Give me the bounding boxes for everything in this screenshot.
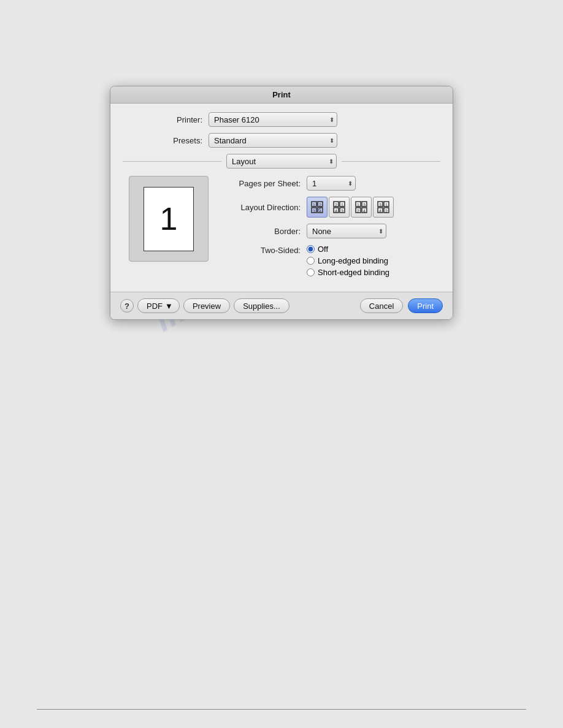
- direction-icon-2: 2 1 4 3: [332, 200, 346, 214]
- preview-button[interactable]: Preview: [183, 298, 230, 313]
- direction-icon-1: 1 2 3 4: [310, 200, 324, 214]
- printer-label: Printer:: [123, 115, 202, 124]
- panel-select-wrapper[interactable]: Layout: [226, 154, 337, 169]
- direction-icon-3: 1 3 2 4: [354, 200, 368, 214]
- direction-btn-1[interactable]: 1 2 3 4: [307, 197, 327, 218]
- svg-text:3: 3: [379, 203, 381, 207]
- svg-text:2: 2: [357, 209, 359, 213]
- svg-text:4: 4: [335, 209, 337, 213]
- print-dialog: Print Printer: Phaser 6120 Presets: Stan…: [110, 86, 453, 320]
- pages-per-sheet-row: Pages per Sheet: 1 2 4 6 9 16: [221, 176, 440, 191]
- panel-line-left: [123, 161, 221, 162]
- dialog-footer: ? PDF ▼ Preview Supplies... Cancel Print: [110, 292, 453, 319]
- panel-line-right: [342, 161, 440, 162]
- presets-select[interactable]: Standard: [209, 133, 337, 148]
- direction-btn-4[interactable]: 3 1 4 2: [373, 197, 394, 218]
- printer-row: Printer: Phaser 6120: [123, 112, 440, 127]
- dialog-title: Print: [110, 86, 453, 104]
- presets-row: Presets: Standard: [123, 133, 440, 148]
- border-select-wrapper[interactable]: None Single Hairline Single Thin Line Do…: [307, 224, 386, 238]
- two-sided-group: Off Long-edged binding Short-edged bindi…: [307, 245, 389, 277]
- supplies-button[interactable]: Supplies...: [234, 298, 289, 313]
- layout-direction-row: Layout Direction: 1 2: [221, 197, 440, 218]
- radio-off-row[interactable]: Off: [307, 245, 389, 254]
- presets-label: Presets:: [123, 136, 202, 145]
- svg-text:2: 2: [385, 209, 388, 213]
- preview-number: 1: [160, 200, 178, 237]
- svg-text:1: 1: [385, 203, 388, 207]
- border-label: Border:: [221, 227, 301, 236]
- svg-text:3: 3: [341, 209, 343, 213]
- border-select[interactable]: None Single Hairline Single Thin Line Do…: [307, 224, 386, 238]
- content-area: 1 Pages per Sheet: 1 2 4 6: [123, 176, 440, 283]
- panel-select[interactable]: Layout: [226, 154, 337, 169]
- presets-select-wrapper[interactable]: Standard: [209, 133, 337, 148]
- preview-box: 1: [129, 176, 209, 262]
- direction-btn-2[interactable]: 2 1 4 3: [329, 197, 350, 218]
- two-sided-label: Two-Sided:: [221, 246, 301, 255]
- direction-icon-4: 3 1 4 2: [377, 200, 390, 214]
- pages-per-sheet-select-wrapper[interactable]: 1 2 4 6 9 16: [307, 176, 356, 191]
- pages-per-sheet-select[interactable]: 1 2 4 6 9 16: [307, 176, 356, 191]
- radio-long[interactable]: [307, 257, 315, 265]
- radio-long-label: Long-edged binding: [318, 256, 388, 265]
- pdf-arrow: ▼: [165, 301, 173, 311]
- svg-text:1: 1: [357, 203, 359, 207]
- svg-text:1: 1: [341, 203, 343, 207]
- preview-page: 1: [144, 187, 194, 251]
- svg-text:3: 3: [313, 209, 315, 213]
- dialog-body: Printer: Phaser 6120 Presets: Standard: [110, 104, 453, 283]
- footer-left: ? PDF ▼ Preview Supplies...: [120, 298, 289, 313]
- radio-short-label: Short-edged binding: [318, 268, 389, 277]
- direction-btn-3[interactable]: 1 3 2 4: [351, 197, 372, 218]
- panel-row: Layout: [123, 154, 440, 169]
- radio-short[interactable]: [307, 268, 315, 276]
- options-area: Pages per Sheet: 1 2 4 6 9 16: [221, 176, 440, 283]
- svg-text:2: 2: [319, 203, 321, 207]
- pages-per-sheet-label: Pages per Sheet:: [221, 179, 301, 188]
- printer-select[interactable]: Phaser 6120: [209, 112, 337, 127]
- radio-long-row[interactable]: Long-edged binding: [307, 256, 389, 265]
- pdf-label: PDF: [147, 301, 163, 311]
- radio-off[interactable]: [307, 245, 315, 253]
- border-row: Border: None Single Hairline Single Thin…: [221, 224, 440, 238]
- svg-text:4: 4: [363, 209, 366, 213]
- printer-select-wrapper[interactable]: Phaser 6120: [209, 112, 337, 127]
- radio-off-label: Off: [318, 245, 328, 254]
- svg-text:3: 3: [363, 203, 366, 207]
- svg-text:1: 1: [313, 203, 315, 207]
- layout-direction-label: Layout Direction:: [221, 203, 301, 212]
- cancel-button[interactable]: Cancel: [360, 298, 403, 313]
- print-button[interactable]: Print: [408, 298, 443, 313]
- footer-right: Cancel Print: [360, 298, 443, 313]
- two-sided-row: Two-Sided: Off Long-edged binding: [221, 245, 440, 277]
- bottom-rule: [37, 709, 526, 710]
- svg-text:4: 4: [379, 209, 381, 213]
- radio-short-row[interactable]: Short-edged binding: [307, 268, 389, 277]
- direction-buttons: 1 2 3 4: [307, 197, 394, 218]
- pdf-button[interactable]: PDF ▼: [137, 298, 180, 313]
- svg-text:2: 2: [335, 203, 337, 207]
- help-button[interactable]: ?: [120, 299, 134, 313]
